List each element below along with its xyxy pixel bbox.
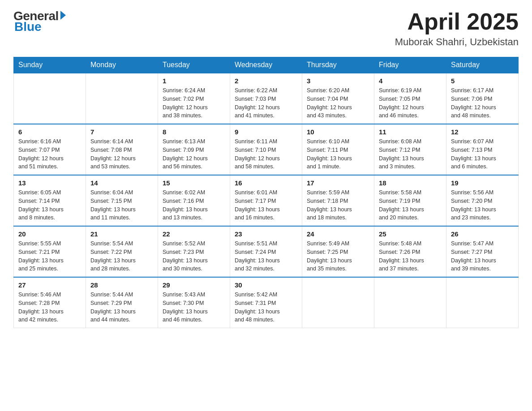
calendar-cell: 13Sunrise: 6:05 AM Sunset: 7:14 PM Dayli…	[14, 175, 86, 226]
day-number: 2	[235, 77, 297, 85]
day-info: Sunrise: 6:20 AM Sunset: 7:04 PM Dayligh…	[307, 86, 369, 120]
day-info: Sunrise: 6:14 AM Sunset: 7:08 PM Dayligh…	[90, 137, 153, 171]
calendar-week-row: 6Sunrise: 6:16 AM Sunset: 7:07 PM Daylig…	[14, 124, 519, 175]
day-number: 10	[307, 128, 369, 136]
calendar-cell: 8Sunrise: 6:13 AM Sunset: 7:09 PM Daylig…	[158, 124, 230, 175]
calendar-cell	[302, 277, 374, 328]
day-number: 11	[379, 128, 442, 136]
calendar-header-sunday: Sunday	[14, 57, 86, 73]
calendar-cell: 12Sunrise: 6:07 AM Sunset: 7:13 PM Dayli…	[446, 124, 519, 175]
month-year-title: April 2025	[395, 9, 519, 34]
calendar-cell: 10Sunrise: 6:10 AM Sunset: 7:11 PM Dayli…	[302, 124, 374, 175]
calendar-header-wednesday: Wednesday	[230, 57, 302, 73]
day-info: Sunrise: 6:01 AM Sunset: 7:17 PM Dayligh…	[235, 188, 297, 222]
calendar-header-saturday: Saturday	[446, 57, 519, 73]
day-number: 20	[18, 230, 81, 238]
day-info: Sunrise: 5:46 AM Sunset: 7:28 PM Dayligh…	[18, 291, 81, 324]
calendar-cell: 28Sunrise: 5:44 AM Sunset: 7:29 PM Dayli…	[86, 277, 158, 328]
day-info: Sunrise: 5:59 AM Sunset: 7:18 PM Dayligh…	[307, 188, 369, 222]
calendar-cell: 18Sunrise: 5:58 AM Sunset: 7:19 PM Dayli…	[374, 175, 446, 226]
calendar-cell	[374, 277, 446, 328]
calendar-cell: 7Sunrise: 6:14 AM Sunset: 7:08 PM Daylig…	[86, 124, 158, 175]
day-number: 1	[163, 77, 225, 85]
logo: General Blue	[13, 9, 66, 34]
day-info: Sunrise: 5:58 AM Sunset: 7:19 PM Dayligh…	[379, 188, 442, 222]
day-info: Sunrise: 5:48 AM Sunset: 7:26 PM Dayligh…	[379, 240, 442, 273]
calendar-cell: 16Sunrise: 6:01 AM Sunset: 7:17 PM Dayli…	[230, 175, 302, 226]
calendar-cell: 1Sunrise: 6:24 AM Sunset: 7:02 PM Daylig…	[158, 73, 230, 124]
calendar-cell: 19Sunrise: 5:56 AM Sunset: 7:20 PM Dayli…	[446, 175, 519, 226]
page-header: General Blue April 2025 Muborak Shahri, …	[13, 9, 519, 48]
calendar-week-row: 27Sunrise: 5:46 AM Sunset: 7:28 PM Dayli…	[14, 277, 519, 328]
calendar-cell	[14, 73, 86, 124]
title-block: April 2025 Muborak Shahri, Uzbekistan	[395, 9, 519, 48]
day-number: 3	[307, 77, 369, 85]
day-info: Sunrise: 6:16 AM Sunset: 7:07 PM Dayligh…	[18, 137, 81, 171]
day-info: Sunrise: 6:08 AM Sunset: 7:12 PM Dayligh…	[379, 137, 442, 171]
calendar-cell: 23Sunrise: 5:51 AM Sunset: 7:24 PM Dayli…	[230, 226, 302, 277]
day-info: Sunrise: 5:43 AM Sunset: 7:30 PM Dayligh…	[163, 291, 225, 324]
day-info: Sunrise: 5:54 AM Sunset: 7:22 PM Dayligh…	[90, 240, 153, 273]
day-number: 7	[90, 128, 153, 136]
day-number: 5	[451, 77, 514, 85]
day-info: Sunrise: 5:52 AM Sunset: 7:23 PM Dayligh…	[163, 240, 225, 273]
day-number: 26	[451, 230, 514, 238]
location-subtitle: Muborak Shahri, Uzbekistan	[395, 36, 519, 48]
calendar-cell: 20Sunrise: 5:55 AM Sunset: 7:21 PM Dayli…	[14, 226, 86, 277]
day-number: 4	[379, 77, 442, 85]
calendar-header-row: SundayMondayTuesdayWednesdayThursdayFrid…	[14, 57, 519, 73]
day-number: 23	[235, 230, 297, 238]
calendar-cell: 24Sunrise: 5:49 AM Sunset: 7:25 PM Dayli…	[302, 226, 374, 277]
calendar-cell: 2Sunrise: 6:22 AM Sunset: 7:03 PM Daylig…	[230, 73, 302, 124]
calendar-cell: 14Sunrise: 6:04 AM Sunset: 7:15 PM Dayli…	[86, 175, 158, 226]
calendar-cell: 26Sunrise: 5:47 AM Sunset: 7:27 PM Dayli…	[446, 226, 519, 277]
calendar-cell: 5Sunrise: 6:17 AM Sunset: 7:06 PM Daylig…	[446, 73, 519, 124]
day-number: 30	[235, 281, 297, 289]
calendar-week-row: 1Sunrise: 6:24 AM Sunset: 7:02 PM Daylig…	[14, 73, 519, 124]
calendar-cell	[446, 277, 519, 328]
logo-triangle-icon	[60, 11, 66, 20]
calendar-cell	[86, 73, 158, 124]
calendar-cell: 11Sunrise: 6:08 AM Sunset: 7:12 PM Dayli…	[374, 124, 446, 175]
day-number: 14	[90, 179, 153, 187]
calendar-cell: 25Sunrise: 5:48 AM Sunset: 7:26 PM Dayli…	[374, 226, 446, 277]
calendar-cell: 27Sunrise: 5:46 AM Sunset: 7:28 PM Dayli…	[14, 277, 86, 328]
day-number: 28	[90, 281, 153, 289]
calendar-cell: 17Sunrise: 5:59 AM Sunset: 7:18 PM Dayli…	[302, 175, 374, 226]
day-info: Sunrise: 6:05 AM Sunset: 7:14 PM Dayligh…	[18, 188, 81, 222]
day-number: 29	[163, 281, 225, 289]
day-info: Sunrise: 5:42 AM Sunset: 7:31 PM Dayligh…	[235, 291, 297, 324]
day-info: Sunrise: 6:11 AM Sunset: 7:10 PM Dayligh…	[235, 137, 297, 171]
day-info: Sunrise: 6:07 AM Sunset: 7:13 PM Dayligh…	[451, 137, 514, 171]
day-info: Sunrise: 6:22 AM Sunset: 7:03 PM Dayligh…	[235, 86, 297, 120]
day-info: Sunrise: 6:04 AM Sunset: 7:15 PM Dayligh…	[90, 188, 153, 222]
calendar-cell: 3Sunrise: 6:20 AM Sunset: 7:04 PM Daylig…	[302, 73, 374, 124]
calendar-week-row: 20Sunrise: 5:55 AM Sunset: 7:21 PM Dayli…	[14, 226, 519, 277]
calendar-header-monday: Monday	[86, 57, 158, 73]
day-info: Sunrise: 6:02 AM Sunset: 7:16 PM Dayligh…	[163, 188, 225, 222]
day-info: Sunrise: 5:47 AM Sunset: 7:27 PM Dayligh…	[451, 240, 514, 273]
day-number: 25	[379, 230, 442, 238]
calendar-week-row: 13Sunrise: 6:05 AM Sunset: 7:14 PM Dayli…	[14, 175, 519, 226]
day-number: 15	[163, 179, 225, 187]
calendar-header-tuesday: Tuesday	[158, 57, 230, 73]
day-number: 6	[18, 128, 81, 136]
calendar-cell: 29Sunrise: 5:43 AM Sunset: 7:30 PM Dayli…	[158, 277, 230, 328]
day-number: 22	[163, 230, 225, 238]
day-info: Sunrise: 6:10 AM Sunset: 7:11 PM Dayligh…	[307, 137, 369, 171]
calendar-cell: 30Sunrise: 5:42 AM Sunset: 7:31 PM Dayli…	[230, 277, 302, 328]
day-number: 8	[163, 128, 225, 136]
day-number: 9	[235, 128, 297, 136]
day-info: Sunrise: 6:17 AM Sunset: 7:06 PM Dayligh…	[451, 86, 514, 120]
day-number: 16	[235, 179, 297, 187]
day-number: 12	[451, 128, 514, 136]
day-info: Sunrise: 6:19 AM Sunset: 7:05 PM Dayligh…	[379, 86, 442, 120]
day-info: Sunrise: 5:56 AM Sunset: 7:20 PM Dayligh…	[451, 188, 514, 222]
day-info: Sunrise: 5:44 AM Sunset: 7:29 PM Dayligh…	[90, 291, 153, 324]
logo-blue-text: Blue	[14, 20, 42, 34]
day-info: Sunrise: 5:49 AM Sunset: 7:25 PM Dayligh…	[307, 240, 369, 273]
day-number: 13	[18, 179, 81, 187]
calendar-header-thursday: Thursday	[302, 57, 374, 73]
day-number: 24	[307, 230, 369, 238]
calendar-cell: 6Sunrise: 6:16 AM Sunset: 7:07 PM Daylig…	[14, 124, 86, 175]
